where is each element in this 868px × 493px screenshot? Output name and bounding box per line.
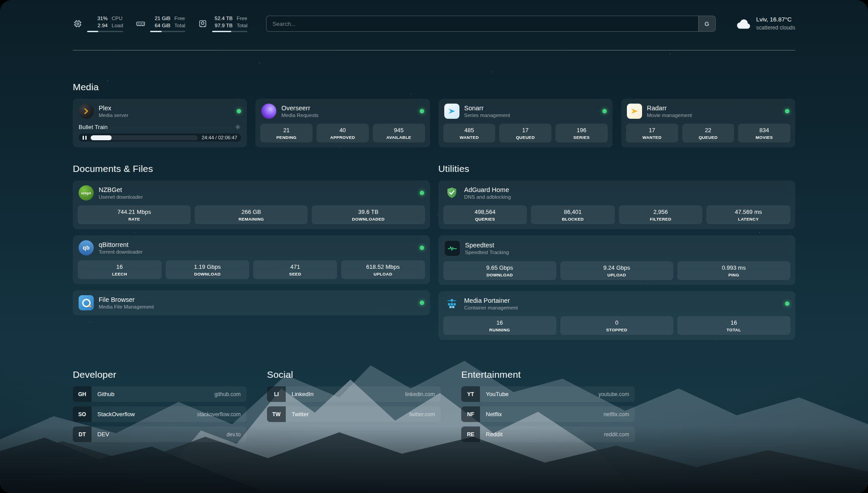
group-title-media: Media xyxy=(73,82,795,92)
bookmark-name: Github xyxy=(92,391,114,397)
service-stat: 498,564QUERIES xyxy=(443,205,527,224)
bookmark-netflix[interactable]: NF Netflix netflix.com xyxy=(461,406,635,422)
group-media: Media Plex Media server xyxy=(73,82,795,147)
service-overseerr[interactable]: Overseerr Media Requests xyxy=(255,99,430,124)
service-stat: 618.52 MbpsUPLOAD xyxy=(341,260,425,279)
bookmark-name: Reddit xyxy=(480,431,503,438)
service-speedtest[interactable]: Speedtest Speedtest Tracking xyxy=(438,235,796,261)
status-dot xyxy=(237,109,241,113)
card-nzbget: nzbget NZBGet Usenet downloader 744.21 M… xyxy=(73,180,430,229)
service-stat: 266 GBREMAINING xyxy=(195,205,308,224)
card-portainer: Media Portainer Container management 16R… xyxy=(438,291,796,340)
stat-label: QUEUED xyxy=(684,135,733,140)
stat-label: LATENCY xyxy=(708,217,789,221)
service-stat: 0STOPPED xyxy=(560,316,673,335)
service-stat: 471SEED xyxy=(253,260,337,279)
stat-value: 0.993 ms xyxy=(679,264,789,271)
bookmark-abbr: LI xyxy=(267,386,286,402)
service-name: Plex xyxy=(99,104,128,112)
bookmark-domain: netflix.com xyxy=(604,411,635,418)
memory-total-label: Total xyxy=(175,22,185,29)
service-sonarr[interactable]: Sonarr Series management xyxy=(438,99,613,124)
service-qbittorrent[interactable]: qb qBittorrent Torrent downloader xyxy=(73,235,430,260)
status-dot xyxy=(602,109,607,113)
service-nzbget[interactable]: nzbget NZBGet Usenet downloader xyxy=(73,180,430,205)
search-input[interactable] xyxy=(267,16,698,31)
memory-icon xyxy=(136,19,146,29)
service-name: File Browser xyxy=(99,296,154,303)
bookmark-domain: twitter.com xyxy=(409,411,441,418)
disk-progress-bar xyxy=(212,31,247,32)
bookmark-name: Netflix xyxy=(480,411,502,418)
bookmark-domain: stackoverflow.com xyxy=(197,411,246,418)
stat-value: 17 xyxy=(628,127,676,134)
service-stat: 0.993 msPING xyxy=(677,261,790,280)
service-description: Movie management xyxy=(647,113,692,118)
service-stat: 834MOVIES xyxy=(738,124,790,142)
service-stat: 16LEECH xyxy=(78,260,162,279)
stat-value: 9.24 Gbps xyxy=(562,264,672,271)
snow-specks xyxy=(0,0,1,1)
card-plex: Plex Media server Bullet Train xyxy=(73,99,247,147)
bookmark-group-social: Social LI LinkedIn linkedin.com TW Twitt… xyxy=(267,369,441,442)
overseerr-icon xyxy=(261,104,276,119)
stat-value: 1.19 Gbps xyxy=(167,263,248,270)
service-description: Media Requests xyxy=(281,113,318,118)
settings-gear-icon[interactable] xyxy=(234,124,241,130)
bookmark-linkedin[interactable]: LI LinkedIn linkedin.com xyxy=(267,386,441,402)
bookmark-abbr: RE xyxy=(461,426,480,442)
service-stat: 16TOTAL xyxy=(677,316,790,335)
service-plex[interactable]: Plex Media server xyxy=(73,99,247,124)
bookmark-domain: linkedin.com xyxy=(405,391,441,397)
stat-value: 744.21 Mbps xyxy=(79,209,189,215)
service-stat: 945AVAILABLE xyxy=(373,124,425,142)
cpu-readout: 31%CPU 2.94Load xyxy=(87,15,123,29)
bookmark-abbr: YT xyxy=(461,386,480,402)
stat-label: FILTERED xyxy=(621,217,701,221)
service-description: DNS and adblocking xyxy=(464,194,511,200)
bookmark-dev[interactable]: DT DEV dev.to xyxy=(73,426,246,442)
bookmark-title-social: Social xyxy=(267,369,441,380)
bookmark-title-developer: Developer xyxy=(73,369,246,380)
service-name: qBittorrent xyxy=(99,241,142,248)
card-adguard: AdGuard Home DNS and adblocking 498,564Q… xyxy=(438,180,796,229)
stat-value: 17 xyxy=(501,127,550,134)
group-utilities: Utilities AdGuard Home DNS and adblockin… xyxy=(438,163,796,340)
plex-now-playing: Bullet Train 24:44 / 02:06:47 xyxy=(73,124,247,147)
bookmark-twitter[interactable]: TW Twitter twitter.com xyxy=(267,406,441,422)
stat-value: 16 xyxy=(79,263,160,270)
stat-label: APPROVED xyxy=(318,135,367,140)
service-stat: 39.6 TBDOWNLOADED xyxy=(312,205,425,224)
service-radarr[interactable]: Radarr Movie management xyxy=(621,99,795,124)
qbittorrent-icon: qb xyxy=(79,240,94,255)
stat-value: 196 xyxy=(557,127,606,134)
service-stat: 196SERIES xyxy=(555,124,608,142)
stat-label: DOWNLOADED xyxy=(313,217,423,221)
stat-value: 86,401 xyxy=(533,209,613,215)
bookmark-stackoverflow[interactable]: SO StackOverflow stackoverflow.com xyxy=(73,406,246,422)
disk-icon xyxy=(198,19,208,29)
memory-readout: 21 GiBFree 64 GiBTotal xyxy=(150,15,185,29)
service-name: Speedtest xyxy=(465,242,509,249)
now-playing-title: Bullet Train xyxy=(79,124,108,130)
bookmark-github[interactable]: GH Github github.com xyxy=(73,386,246,402)
bookmark-groups: Developer GH Github github.com SO StackO… xyxy=(73,369,795,442)
service-name: Sonarr xyxy=(464,104,510,112)
group-documents: Documents & Files nzbget NZBGet Usenet d… xyxy=(73,163,430,340)
bookmark-domain: reddit.com xyxy=(604,431,635,438)
service-description: Usenet downloader xyxy=(99,194,143,200)
speedtest-icon xyxy=(444,240,460,256)
service-portainer[interactable]: Media Portainer Container management xyxy=(438,291,796,316)
stat-value: 266 GB xyxy=(196,209,306,215)
stat-value: 834 xyxy=(740,127,789,134)
search-provider-button[interactable]: G xyxy=(698,16,715,31)
stat-value: 39.6 TB xyxy=(313,209,423,215)
bookmark-reddit[interactable]: RE Reddit reddit.com xyxy=(461,426,635,442)
service-filebrowser[interactable]: File Browser Media File Management xyxy=(73,290,430,315)
header-divider xyxy=(73,50,795,50)
search-bar: G xyxy=(266,16,715,32)
service-adguard[interactable]: AdGuard Home DNS and adblocking xyxy=(438,180,796,205)
status-dot xyxy=(785,109,789,113)
bookmark-domain: github.com xyxy=(214,391,246,397)
bookmark-youtube[interactable]: YT YouTube youtube.com xyxy=(461,386,635,402)
